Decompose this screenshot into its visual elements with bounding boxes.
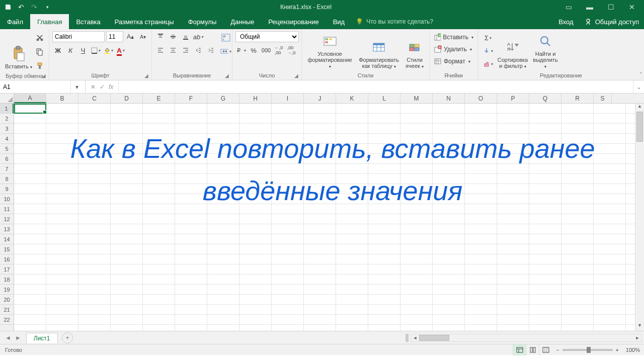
- cell-styles-button[interactable]: Стили ячеек ▾: [403, 31, 426, 71]
- zoom-level[interactable]: 100%: [622, 347, 640, 353]
- col-header[interactable]: P: [497, 94, 529, 103]
- decrease-font-button[interactable]: A▾: [137, 31, 148, 42]
- font-color-button[interactable]: А: [115, 45, 126, 56]
- new-sheet-button[interactable]: ＋: [62, 332, 73, 343]
- col-header[interactable]: D: [111, 94, 143, 103]
- name-box-dropdown[interactable]: ▾: [70, 80, 83, 93]
- row-header[interactable]: 17: [0, 264, 14, 275]
- tab-review[interactable]: Рецензирование: [261, 14, 326, 29]
- italic-button[interactable]: К: [65, 45, 76, 56]
- paste-button[interactable]: Вставить ▾: [3, 31, 34, 71]
- comma-style-button[interactable]: 000: [261, 45, 272, 56]
- font-launcher-icon[interactable]: ◢: [144, 73, 150, 79]
- decrease-indent-button[interactable]: [193, 45, 204, 56]
- row-header[interactable]: 5: [0, 144, 14, 154]
- name-box-input[interactable]: [0, 80, 70, 93]
- row-header[interactable]: 22: [0, 315, 14, 325]
- col-header[interactable]: J: [304, 94, 336, 103]
- accounting-format-button[interactable]: ₽: [235, 45, 247, 56]
- col-header[interactable]: O: [465, 94, 497, 103]
- close-button[interactable]: ✕: [625, 0, 639, 14]
- col-header[interactable]: Q: [529, 94, 561, 103]
- ribbon-options-icon[interactable]: ▭: [561, 0, 576, 14]
- align-top-button[interactable]: [155, 31, 166, 42]
- redo-icon[interactable]: ↷: [30, 3, 38, 11]
- insert-cells-button[interactable]: + Вставить▾: [433, 32, 474, 42]
- row-header[interactable]: 12: [0, 214, 14, 224]
- row-header[interactable]: 19: [0, 285, 14, 295]
- row-header[interactable]: 21: [0, 305, 14, 315]
- insert-function-button[interactable]: fx: [109, 83, 113, 90]
- zoom-in-button[interactable]: +: [616, 347, 619, 353]
- row-header[interactable]: 8: [0, 174, 14, 184]
- tell-me[interactable]: 💡 Что вы хотите сделать?: [352, 14, 551, 29]
- row-header[interactable]: 4: [0, 134, 14, 144]
- row-header[interactable]: 16: [0, 254, 14, 264]
- align-right-button[interactable]: [180, 45, 191, 56]
- tab-insert[interactable]: Вставка: [69, 14, 107, 29]
- col-header[interactable]: I: [272, 94, 304, 103]
- zoom-out-button[interactable]: −: [556, 347, 559, 353]
- row-header[interactable]: 7: [0, 164, 14, 174]
- sign-in-button[interactable]: Вход: [551, 14, 580, 29]
- format-painter-button[interactable]: [34, 60, 45, 71]
- delete-cells-button[interactable]: × Удалить▾: [433, 44, 474, 54]
- minimize-button[interactable]: ▬: [583, 0, 597, 14]
- expand-formula-bar-icon[interactable]: ⌄: [633, 80, 644, 93]
- view-page-break-button[interactable]: [539, 344, 552, 355]
- col-header[interactable]: N: [433, 94, 465, 103]
- clear-button[interactable]: [481, 58, 495, 69]
- cancel-formula-button[interactable]: ✕: [91, 83, 96, 90]
- enter-formula-button[interactable]: ✓: [100, 83, 105, 90]
- row-header[interactable]: 2: [0, 114, 14, 124]
- increase-decimal-button[interactable]: ←,0,00: [273, 45, 284, 56]
- tab-data[interactable]: Данные: [223, 14, 261, 29]
- row-header[interactable]: 15: [0, 244, 14, 254]
- align-middle-button[interactable]: [168, 31, 179, 42]
- tab-file[interactable]: Файл: [0, 14, 30, 29]
- col-header[interactable]: G: [207, 94, 239, 103]
- row-header[interactable]: 6: [0, 154, 14, 164]
- alignment-launcher-icon[interactable]: ◢: [225, 73, 231, 79]
- col-header[interactable]: E: [143, 94, 175, 103]
- row-header[interactable]: 11: [0, 204, 14, 214]
- row-header[interactable]: 13: [0, 224, 14, 234]
- tab-view[interactable]: Вид: [326, 14, 352, 29]
- horizontal-scrollbar[interactable]: ◄ ►: [411, 334, 642, 342]
- row-header[interactable]: 14: [0, 234, 14, 244]
- col-header[interactable]: F: [175, 94, 207, 103]
- number-launcher-icon[interactable]: ◢: [294, 73, 300, 79]
- fill-button[interactable]: [481, 45, 495, 56]
- view-page-layout-button[interactable]: [526, 344, 539, 355]
- align-bottom-button[interactable]: [180, 31, 191, 42]
- qat-customize-icon[interactable]: ▾: [43, 3, 51, 11]
- col-header[interactable]: K: [336, 94, 368, 103]
- row-header[interactable]: 9: [0, 184, 14, 194]
- row-header[interactable]: 3: [0, 124, 14, 134]
- col-header[interactable]: B: [46, 94, 78, 103]
- tab-formulas[interactable]: Формулы: [181, 14, 224, 29]
- maximize-button[interactable]: ☐: [604, 0, 618, 14]
- number-format-select[interactable]: Общий: [235, 31, 299, 42]
- tab-split-handle[interactable]: [406, 334, 409, 342]
- sheet-nav-prev[interactable]: ◄: [4, 333, 12, 342]
- align-center-button[interactable]: [168, 45, 179, 56]
- col-header[interactable]: S: [594, 94, 612, 103]
- format-cells-button[interactable]: Формат▾: [433, 56, 474, 66]
- clipboard-launcher-icon[interactable]: ◢: [42, 73, 48, 79]
- font-size-input[interactable]: [106, 31, 123, 42]
- undo-icon[interactable]: ↶: [17, 3, 25, 11]
- formula-input[interactable]: [119, 80, 633, 93]
- bold-button[interactable]: Ж: [52, 45, 63, 56]
- col-header[interactable]: A: [14, 94, 46, 103]
- col-header[interactable]: L: [368, 94, 400, 103]
- increase-indent-button[interactable]: [205, 45, 216, 56]
- cells-area[interactable]: Как в Excel повторить, вставить ранее вв…: [14, 104, 635, 331]
- col-header[interactable]: R: [561, 94, 594, 103]
- col-header[interactable]: H: [239, 94, 272, 103]
- find-select-button[interactable]: Найти и выделить ▾: [530, 31, 560, 71]
- underline-button[interactable]: Ч: [77, 45, 89, 56]
- select-all-corner[interactable]: [0, 94, 14, 103]
- orientation-button[interactable]: ab: [193, 31, 204, 42]
- col-header[interactable]: C: [78, 94, 111, 103]
